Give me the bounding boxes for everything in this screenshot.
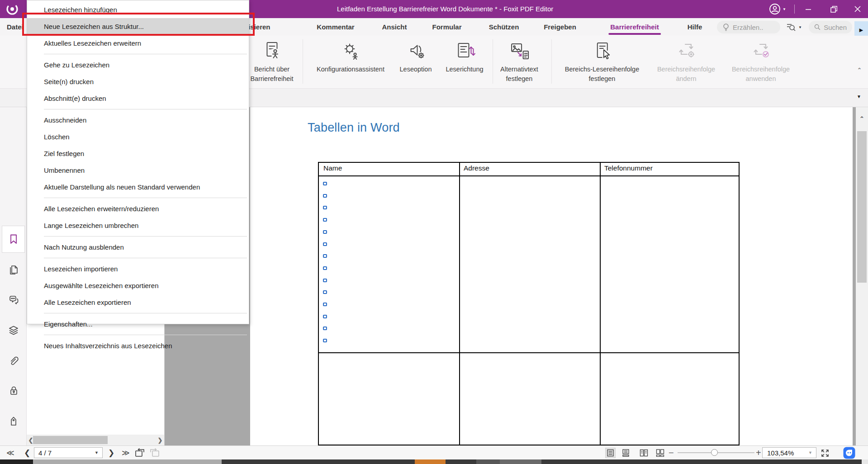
- list-bullet: [323, 339, 327, 342]
- next-view-button: [149, 448, 160, 458]
- attachments-icon[interactable]: [7, 355, 20, 367]
- context-menu-item[interactable]: Gehe zu Lesezeichen: [27, 57, 249, 73]
- ai-assistant-button[interactable]: [843, 447, 855, 459]
- table-header-border: [319, 175, 739, 176]
- list-bullet: [323, 254, 327, 258]
- tab-hilfe[interactable]: Hilfe: [688, 18, 702, 36]
- annotation-red-box: [22, 13, 255, 36]
- bookmark-context-menu: Lesezeichen hinzufügenNeue Lesezeichen a…: [27, 0, 249, 324]
- tab-datei[interactable]: Datei: [7, 18, 24, 36]
- context-menu-item[interactable]: Seite(n) drucken: [27, 73, 249, 90]
- next-page-button[interactable]: ❯: [108, 446, 114, 459]
- read-option-button[interactable]: Leseoption: [400, 38, 432, 74]
- apply-region-order-icon: [732, 38, 790, 65]
- context-menu-item[interactable]: Alle Lesezeichen exportieren: [27, 294, 249, 311]
- scrollbar-thumb[interactable]: [857, 131, 867, 283]
- context-menu-item[interactable]: Ziel festlegen: [27, 145, 249, 162]
- scrollbar-thumb[interactable]: [33, 436, 108, 444]
- table-column-border: [459, 163, 460, 445]
- context-menu-item[interactable]: Ausschneiden: [27, 112, 249, 128]
- table-header-adresse: Adresse: [464, 164, 489, 172]
- tab-kommentar[interactable]: Kommentar: [317, 18, 354, 36]
- context-menu-item[interactable]: Ausgewählte Lesezeichen exportieren: [27, 277, 249, 294]
- reading-order-button[interactable]: Leserichtung: [446, 38, 483, 74]
- tell-me-box[interactable]: Erzählen..: [717, 21, 780, 33]
- word-table: Name Adresse Telefonnummer: [318, 162, 740, 445]
- bookmarks-horizontal-scrollbar[interactable]: ❮ ❯: [27, 435, 164, 445]
- security-icon[interactable]: [7, 384, 20, 397]
- window-title: Leitfaden Erstellung Barrierefreier Word…: [337, 0, 553, 18]
- context-menu-item[interactable]: Lange Lesezeichen umbrechen: [27, 217, 249, 234]
- tab-schuetzen[interactable]: Schützen: [489, 18, 519, 36]
- foxit-pdf-editor-window: Leitfaden Erstellung Barrierefreier Word…: [0, 0, 868, 464]
- context-menu-item[interactable]: Abschnitt(e) drucken: [27, 90, 249, 107]
- full-text-search-button[interactable]: ▼: [786, 22, 802, 33]
- zoom-in-button[interactable]: +: [756, 446, 761, 459]
- next-view-icon: [149, 448, 160, 458]
- context-menu-item[interactable]: Aktuelles Lesezeichen erweitern: [27, 35, 249, 52]
- os-taskbar-sliver: [0, 459, 868, 464]
- read-option-icon: [400, 38, 432, 65]
- context-menu-separator: [27, 332, 249, 337]
- zoom-slider-knob[interactable]: [711, 449, 718, 456]
- comments-icon[interactable]: [7, 294, 20, 306]
- context-menu-item[interactable]: Nach Nutzung ausblenden: [27, 239, 249, 256]
- scroll-right-arrow[interactable]: ❯: [157, 436, 163, 444]
- search-box[interactable]: Suchen: [809, 21, 852, 33]
- scroll-page-up-button[interactable]: ▼: [857, 94, 861, 99]
- context-menu-item[interactable]: Eigenschaften...: [27, 316, 249, 332]
- page-number-input[interactable]: 4 / 7 ▼: [34, 447, 103, 458]
- bullet-list: [319, 182, 459, 351]
- tab-barrierefreiheit[interactable]: Barrierefreiheit: [610, 18, 659, 36]
- scroll-up-arrow[interactable]: ⌃: [856, 115, 868, 124]
- previous-view-button[interactable]: [134, 448, 145, 458]
- zoom-level: 103,54%: [767, 449, 794, 457]
- tab-formular[interactable]: Formular: [432, 18, 461, 36]
- last-page-button[interactable]: ≫: [122, 446, 130, 459]
- set-region-order-button[interactable]: Bereichs-Lesereihenfolge festlegen: [565, 38, 639, 84]
- setup-assistant-button[interactable]: Konfigurationsassistent: [317, 38, 384, 74]
- bookmarks-icon[interactable]: [7, 233, 20, 246]
- continuous-view-button[interactable]: [621, 448, 631, 458]
- continuous-facing-view-button[interactable]: [655, 448, 665, 458]
- single-page-view-button[interactable]: [605, 448, 616, 458]
- chevron-down-icon: ▼: [95, 450, 99, 455]
- close-button[interactable]: [847, 0, 868, 18]
- previous-page-button[interactable]: ❮: [24, 446, 30, 459]
- alt-text-button[interactable]: Alternativtext festlegen: [500, 38, 538, 84]
- facing-view-button[interactable]: [639, 448, 649, 458]
- filter-search-icon: [786, 22, 797, 33]
- ribbon-separator: [551, 39, 552, 84]
- pdf-page: Tabellen in Word Name Adresse Telefonnum…: [250, 107, 853, 445]
- tab-ansicht[interactable]: Ansicht: [382, 18, 407, 36]
- chevron-down-icon: ▼: [808, 450, 812, 455]
- search-label: Suchen: [824, 24, 847, 31]
- layers-icon[interactable]: [7, 324, 20, 337]
- account-button[interactable]: ▼: [769, 0, 786, 18]
- context-menu-item[interactable]: Aktuelle Darstellung als neuen Standard …: [27, 179, 249, 195]
- context-menu-item[interactable]: Lesezeichen importieren: [27, 260, 249, 277]
- restore-button[interactable]: [823, 0, 844, 18]
- chevron-down-icon: ▼: [798, 25, 802, 29]
- minimize-button[interactable]: [798, 0, 819, 18]
- list-bullet: [323, 327, 327, 330]
- first-page-button[interactable]: ≪: [6, 446, 14, 459]
- tags-icon[interactable]: [7, 415, 20, 428]
- tab-freigeben[interactable]: Freigeben: [544, 18, 576, 36]
- zoom-level-input[interactable]: 103,54% ▼: [762, 447, 816, 458]
- expand-ribbon-arrow-icon: ▶: [859, 27, 863, 33]
- fullscreen-button[interactable]: [820, 448, 830, 459]
- collapse-ribbon-button[interactable]: ⌃: [854, 67, 865, 75]
- context-menu-item[interactable]: Neues Inhaltsverzeichnis aus Lesezeichen: [27, 337, 249, 354]
- context-menu-item[interactable]: Alle Lesezeichen erweitern/reduzieren: [27, 200, 249, 217]
- context-menu-item[interactable]: Umbenennen: [27, 162, 249, 179]
- list-bullet: [323, 315, 327, 318]
- vertical-scrollbar[interactable]: ⌃: [856, 107, 868, 445]
- zoom-out-button[interactable]: −: [669, 446, 674, 459]
- accessibility-report-button[interactable]: Bericht über Barrierefreiheit: [250, 38, 293, 84]
- foxit-logo-icon: [6, 3, 19, 15]
- pages-icon[interactable]: [7, 264, 20, 276]
- taskbar-segment: [33, 459, 222, 464]
- page-indicator: 4 / 7: [38, 449, 52, 457]
- context-menu-item[interactable]: Löschen: [27, 128, 249, 145]
